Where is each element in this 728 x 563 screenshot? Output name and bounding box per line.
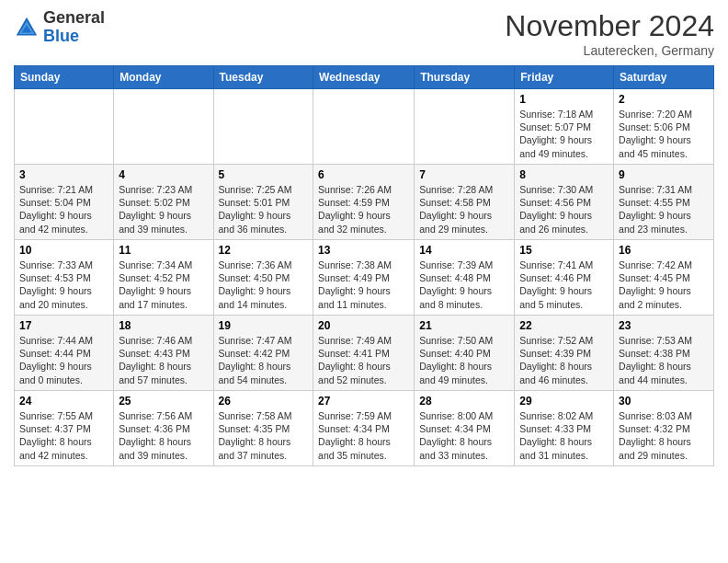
day-number: 3: [19, 168, 108, 181]
calendar-cell: 6Sunrise: 7:26 AM Sunset: 4:59 PM Daylig…: [313, 165, 415, 240]
day-number: 19: [219, 319, 309, 332]
weekday-header-friday: Friday: [515, 66, 614, 89]
weekday-header-sunday: Sunday: [15, 66, 114, 89]
weekday-header-wednesday: Wednesday: [313, 66, 415, 89]
calendar-cell: 12Sunrise: 7:36 AM Sunset: 4:50 PM Dayli…: [213, 240, 313, 316]
calendar-body: 1Sunrise: 7:18 AM Sunset: 5:07 PM Daylig…: [15, 89, 714, 466]
day-number: 6: [318, 168, 409, 181]
logo-text: General Blue: [43, 9, 105, 46]
header: General Blue November 2024 Lauterecken, …: [14, 9, 714, 58]
day-number: 10: [19, 244, 108, 257]
day-number: 8: [519, 168, 609, 181]
day-info: Sunrise: 7:31 AM Sunset: 4:55 PM Dayligh…: [619, 183, 709, 236]
weekday-header-thursday: Thursday: [415, 66, 515, 89]
day-info: Sunrise: 7:39 AM Sunset: 4:48 PM Dayligh…: [419, 259, 509, 311]
day-number: 29: [519, 395, 609, 408]
day-info: Sunrise: 7:58 AM Sunset: 4:35 PM Dayligh…: [219, 409, 309, 462]
day-info: Sunrise: 7:34 AM Sunset: 4:52 PM Dayligh…: [119, 259, 208, 311]
day-info: Sunrise: 7:44 AM Sunset: 4:44 PM Dayligh…: [19, 334, 108, 386]
day-info: Sunrise: 7:59 AM Sunset: 4:34 PM Dayligh…: [318, 409, 409, 462]
calendar-table: SundayMondayTuesdayWednesdayThursdayFrid…: [14, 65, 714, 466]
calendar-cell: 17Sunrise: 7:44 AM Sunset: 4:44 PM Dayli…: [15, 316, 114, 391]
weekday-header-tuesday: Tuesday: [213, 66, 313, 89]
calendar-cell: [313, 89, 415, 165]
calendar-cell: 27Sunrise: 7:59 AM Sunset: 4:34 PM Dayli…: [313, 391, 415, 466]
month-title: November 2024: [505, 9, 714, 43]
calendar-cell: 1Sunrise: 7:18 AM Sunset: 5:07 PM Daylig…: [515, 89, 614, 165]
day-number: 23: [619, 319, 709, 332]
logo-general-text: General: [43, 9, 105, 28]
calendar-cell: 30Sunrise: 8:03 AM Sunset: 4:32 PM Dayli…: [614, 391, 714, 466]
calendar-cell: 2Sunrise: 7:20 AM Sunset: 5:06 PM Daylig…: [614, 89, 714, 165]
calendar-cell: 10Sunrise: 7:33 AM Sunset: 4:53 PM Dayli…: [15, 240, 114, 316]
day-number: 30: [619, 395, 709, 408]
title-section: November 2024 Lauterecken, Germany: [505, 9, 714, 58]
day-info: Sunrise: 7:21 AM Sunset: 5:04 PM Dayligh…: [19, 183, 108, 236]
day-number: 7: [419, 168, 509, 181]
day-number: 28: [419, 395, 509, 408]
day-info: Sunrise: 7:26 AM Sunset: 4:59 PM Dayligh…: [318, 183, 409, 236]
day-info: Sunrise: 7:41 AM Sunset: 4:46 PM Dayligh…: [519, 259, 609, 311]
calendar-cell: 14Sunrise: 7:39 AM Sunset: 4:48 PM Dayli…: [415, 240, 515, 316]
day-info: Sunrise: 7:52 AM Sunset: 4:39 PM Dayligh…: [519, 334, 609, 386]
day-number: 25: [119, 395, 208, 408]
day-number: 20: [318, 319, 409, 332]
calendar-week-2: 10Sunrise: 7:33 AM Sunset: 4:53 PM Dayli…: [15, 240, 714, 316]
calendar-cell: 21Sunrise: 7:50 AM Sunset: 4:40 PM Dayli…: [415, 316, 515, 391]
day-number: 11: [119, 244, 208, 257]
day-info: Sunrise: 7:38 AM Sunset: 4:49 PM Dayligh…: [318, 259, 409, 311]
calendar-week-1: 3Sunrise: 7:21 AM Sunset: 5:04 PM Daylig…: [15, 165, 714, 240]
logo: General Blue: [14, 9, 105, 46]
calendar-cell: [415, 89, 515, 165]
calendar-week-3: 17Sunrise: 7:44 AM Sunset: 4:44 PM Dayli…: [15, 316, 714, 391]
weekday-header-monday: Monday: [114, 66, 213, 89]
calendar-cell: 18Sunrise: 7:46 AM Sunset: 4:43 PM Dayli…: [114, 316, 213, 391]
calendar-cell: 22Sunrise: 7:52 AM Sunset: 4:39 PM Dayli…: [515, 316, 614, 391]
day-number: 22: [519, 319, 609, 332]
calendar-cell: 29Sunrise: 8:02 AM Sunset: 4:33 PM Dayli…: [515, 391, 614, 466]
day-info: Sunrise: 8:03 AM Sunset: 4:32 PM Dayligh…: [619, 409, 709, 462]
day-info: Sunrise: 7:53 AM Sunset: 4:38 PM Dayligh…: [619, 334, 709, 386]
day-number: 21: [419, 319, 509, 332]
calendar-cell: 24Sunrise: 7:55 AM Sunset: 4:37 PM Dayli…: [15, 391, 114, 466]
weekday-header-saturday: Saturday: [614, 66, 714, 89]
calendar-cell: 19Sunrise: 7:47 AM Sunset: 4:42 PM Dayli…: [213, 316, 313, 391]
day-info: Sunrise: 7:49 AM Sunset: 4:41 PM Dayligh…: [318, 334, 409, 386]
day-info: Sunrise: 7:50 AM Sunset: 4:40 PM Dayligh…: [419, 334, 509, 386]
calendar-cell: 25Sunrise: 7:56 AM Sunset: 4:36 PM Dayli…: [114, 391, 213, 466]
day-info: Sunrise: 7:20 AM Sunset: 5:06 PM Dayligh…: [619, 108, 709, 160]
day-number: 2: [619, 93, 709, 106]
day-number: 13: [318, 244, 409, 257]
day-info: Sunrise: 8:02 AM Sunset: 4:33 PM Dayligh…: [519, 409, 609, 462]
calendar-cell: 8Sunrise: 7:30 AM Sunset: 4:56 PM Daylig…: [515, 165, 614, 240]
day-info: Sunrise: 7:42 AM Sunset: 4:45 PM Dayligh…: [619, 259, 709, 311]
weekday-row: SundayMondayTuesdayWednesdayThursdayFrid…: [15, 66, 714, 89]
day-number: 24: [19, 395, 108, 408]
calendar-cell: 23Sunrise: 7:53 AM Sunset: 4:38 PM Dayli…: [614, 316, 714, 391]
day-info: Sunrise: 7:46 AM Sunset: 4:43 PM Dayligh…: [119, 334, 208, 386]
day-number: 16: [619, 244, 709, 257]
calendar-week-4: 24Sunrise: 7:55 AM Sunset: 4:37 PM Dayli…: [15, 391, 714, 466]
calendar-cell: 5Sunrise: 7:25 AM Sunset: 5:01 PM Daylig…: [213, 165, 313, 240]
day-info: Sunrise: 7:25 AM Sunset: 5:01 PM Dayligh…: [219, 183, 309, 236]
day-info: Sunrise: 7:55 AM Sunset: 4:37 PM Dayligh…: [19, 409, 108, 462]
day-number: 4: [119, 168, 208, 181]
calendar-cell: [213, 89, 313, 165]
day-info: Sunrise: 8:00 AM Sunset: 4:34 PM Dayligh…: [419, 409, 509, 462]
calendar-cell: 15Sunrise: 7:41 AM Sunset: 4:46 PM Dayli…: [515, 240, 614, 316]
day-number: 12: [219, 244, 309, 257]
day-number: 9: [619, 168, 709, 181]
location: Lauterecken, Germany: [505, 43, 714, 58]
calendar-cell: [114, 89, 213, 165]
calendar-cell: 3Sunrise: 7:21 AM Sunset: 5:04 PM Daylig…: [15, 165, 114, 240]
calendar-cell: 13Sunrise: 7:38 AM Sunset: 4:49 PM Dayli…: [313, 240, 415, 316]
calendar-cell: 26Sunrise: 7:58 AM Sunset: 4:35 PM Dayli…: [213, 391, 313, 466]
calendar-cell: 9Sunrise: 7:31 AM Sunset: 4:55 PM Daylig…: [614, 165, 714, 240]
day-number: 15: [519, 244, 609, 257]
logo-icon: [14, 15, 40, 40]
day-number: 5: [219, 168, 309, 181]
day-info: Sunrise: 7:36 AM Sunset: 4:50 PM Dayligh…: [219, 259, 309, 311]
calendar-cell: 16Sunrise: 7:42 AM Sunset: 4:45 PM Dayli…: [614, 240, 714, 316]
day-info: Sunrise: 7:30 AM Sunset: 4:56 PM Dayligh…: [519, 183, 609, 236]
day-info: Sunrise: 7:33 AM Sunset: 4:53 PM Dayligh…: [19, 259, 108, 311]
